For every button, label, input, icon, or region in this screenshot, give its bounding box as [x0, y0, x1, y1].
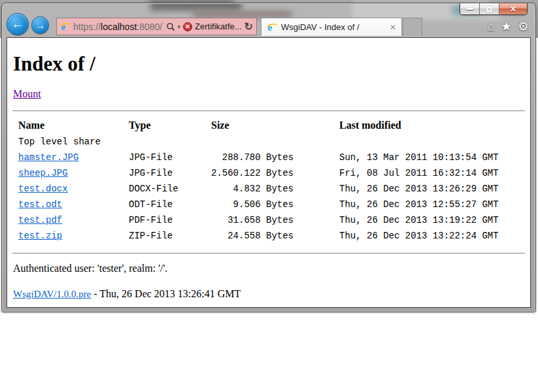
url-protocol: https:// — [73, 22, 101, 32]
file-modified: Fri, 08 Jul 2011 16:32:14 GMT — [294, 165, 499, 181]
table-row: test.odt ODT-File 9.506 Bytes Thu, 26 De… — [18, 197, 499, 212]
file-link[interactable]: test.pdf — [18, 215, 62, 225]
server-signature: WsgiDAV/1.0.0.pre - Thu, 26 Dec 2013 13:… — [13, 288, 525, 300]
favorites-star-icon[interactable]: ★ — [501, 19, 512, 35]
file-modified: Thu, 26 Dec 2013 13:22:24 GMT — [294, 228, 499, 244]
header-name: Name — [18, 117, 129, 134]
maximize-icon — [486, 7, 492, 12]
minimize-icon — [467, 8, 473, 10]
file-size: 9.506 Bytes — [211, 197, 294, 212]
minimize-button[interactable] — [460, 3, 480, 14]
file-size: 24.558 Bytes — [211, 228, 294, 244]
home-icon[interactable]: ⌂ — [487, 19, 494, 35]
file-link[interactable]: hamster.JPG — [18, 152, 78, 163]
header-type: Type — [129, 117, 211, 134]
browser-window: ✕ ← → e https://localhost:8080/ ▾ ✕ Zert… — [1, 3, 536, 312]
url-host: localhost — [101, 22, 137, 32]
divider — [12, 110, 525, 112]
forward-arrow-icon: → — [35, 20, 45, 31]
close-window-button[interactable]: ✕ — [499, 3, 527, 14]
top-level-share-label: Top level share — [18, 134, 499, 150]
tools-gear-icon[interactable]: ⚙ — [518, 19, 529, 35]
close-window-icon: ✕ — [510, 5, 516, 13]
table-row: test.docx DOCX-File 4.832 Bytes Thu, 26 … — [18, 181, 499, 197]
table-row: Top level share — [18, 134, 499, 150]
wsgidav-version-link[interactable]: WsgiDAV/1.0.0.pre — [13, 289, 91, 299]
glass-blur-blob — [150, 4, 242, 10]
mount-link[interactable]: Mount — [13, 88, 41, 99]
file-link[interactable]: test.docx — [18, 184, 68, 194]
address-bar[interactable]: e https://localhost:8080/ ▾ ✕ Zertifikat… — [56, 18, 257, 35]
server-timestamp: - Thu, 26 Dec 2013 13:26:41 GMT — [91, 288, 241, 299]
table-row: test.zip ZIP-File 24.558 Bytes Thu, 26 D… — [18, 228, 499, 244]
divider — [12, 253, 525, 254]
file-type: JPG-File — [129, 150, 211, 165]
new-tab-button[interactable] — [403, 18, 422, 36]
tab-wsgidav[interactable]: e WsgiDAV - Index of / ✕ — [261, 18, 402, 36]
file-size: 2.560.122 Bytes — [211, 165, 294, 181]
screenshot-root: ✕ ← → e https://localhost:8080/ ▾ ✕ Zert… — [0, 0, 538, 392]
certificate-error-icon[interactable]: ✕ — [183, 22, 192, 31]
url-text[interactable]: https://localhost:8080/ — [73, 22, 163, 32]
file-type: ODT-File — [129, 197, 211, 212]
file-size: 31.658 Bytes — [211, 212, 294, 228]
search-dropdown-caret-icon[interactable]: ▾ — [178, 24, 181, 30]
file-type: PDF-File — [129, 212, 211, 228]
file-size: 288.780 Bytes — [211, 150, 294, 165]
header-size: Size — [211, 117, 294, 134]
page-viewport: Index of / Mount Name Type Size Last mod… — [7, 37, 531, 308]
file-modified: Sun, 13 Mar 2011 10:13:54 GMT — [294, 150, 499, 165]
browser-toolbar-icons: ⌂ ★ ⚙ — [487, 19, 529, 35]
window-controls: ✕ — [460, 3, 528, 15]
tab-close-icon[interactable]: ✕ — [390, 23, 396, 32]
file-size: 4.832 Bytes — [211, 181, 294, 197]
table-row: test.pdf PDF-File 31.658 Bytes Thu, 26 D… — [18, 212, 499, 228]
file-type: ZIP-File — [129, 228, 211, 244]
table-row: hamster.JPG JPG-File 288.780 Bytes Sun, … — [18, 150, 499, 165]
maximize-button[interactable] — [480, 3, 499, 14]
table-header-row: Name Type Size Last modified — [18, 117, 499, 134]
search-icon[interactable] — [166, 22, 175, 31]
file-link[interactable]: test.odt — [18, 199, 62, 210]
ie-logo-icon: e — [60, 22, 71, 32]
certificate-error-label[interactable]: Zertifikatfe... — [195, 22, 242, 31]
cert-x-glyph: ✕ — [185, 24, 190, 30]
authenticated-user-text: Authenticated user: 'tester', realm: '/'… — [13, 263, 525, 274]
ie-favicon: e — [267, 22, 277, 33]
tab-title: WsgiDAV - Index of / — [281, 22, 386, 32]
header-last-modified: Last modified — [294, 117, 499, 134]
url-path: :8080/ — [137, 22, 162, 32]
back-arrow-icon: ← — [12, 17, 24, 31]
file-link[interactable]: sheep.JPG — [18, 168, 68, 178]
directory-listing-table: Name Type Size Last modified Top level s… — [18, 117, 499, 244]
file-type: DOCX-File — [129, 181, 211, 197]
file-type: JPG-File — [129, 165, 211, 181]
table-row: sheep.JPG JPG-File 2.560.122 Bytes Fri, … — [18, 165, 499, 181]
page-title: Index of / — [13, 52, 525, 76]
file-modified: Thu, 26 Dec 2013 13:19:22 GMT — [294, 212, 499, 228]
back-button[interactable]: ← — [7, 13, 29, 35]
file-link[interactable]: test.zip — [18, 231, 62, 241]
refresh-icon[interactable]: ↻ — [244, 22, 253, 32]
file-modified: Thu, 26 Dec 2013 13:26:29 GMT — [294, 181, 499, 197]
glass-blur-blob — [193, 11, 292, 18]
file-modified: Thu, 26 Dec 2013 12:55:27 GMT — [294, 197, 499, 212]
forward-button[interactable]: → — [31, 16, 49, 34]
